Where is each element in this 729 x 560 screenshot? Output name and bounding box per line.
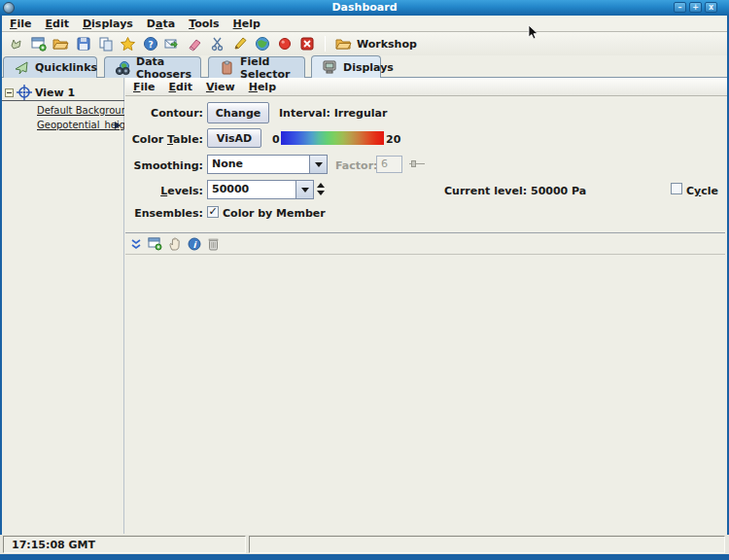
tab-label: Displays [343,61,394,74]
levels-value: 50000 [208,181,295,198]
view-crosshair-icon [16,84,33,101]
panel-separator-bottom [125,254,725,255]
display-panel: File Edit View Help Contour: Change Inte… [125,78,727,534]
workshop-folder-icon [335,36,352,52]
levels-label: Levels: [125,185,203,197]
view-tree-node[interactable]: View 1 [5,84,75,101]
tab-data-choosers[interactable]: Data Choosers [104,56,201,78]
eraser-icon[interactable] [187,36,203,52]
display-menu-file[interactable]: File [133,81,156,93]
cycle-label: Cycle [686,185,718,197]
workshop-label: Workshop [357,38,417,51]
tab-label: Field Selector [240,55,295,81]
binoculars-icon [115,60,130,76]
paper-plane-icon [14,60,29,76]
color-table-preview[interactable] [281,131,384,145]
clipboard-icon [219,60,234,76]
color-by-member-checkbox[interactable]: ✓ [207,206,219,218]
display-menubar: File Edit View Help [125,78,727,96]
factor-label: Factor: [335,159,377,172]
hand-pan-icon[interactable] [167,236,182,251]
spinner-up-icon[interactable] [317,183,325,188]
new-window-icon[interactable] [30,36,47,52]
tab-strip: Quicklinks Data Choosers Field Selector … [2,55,727,78]
sidebar-separator [2,100,124,101]
toolbar-separator [325,36,326,52]
tab-displays[interactable]: Displays [311,55,381,78]
tree-item-default-background-maps[interactable]: Default Background Maps [37,105,124,116]
info-icon[interactable]: i [187,236,201,251]
trash-icon[interactable] [206,236,221,251]
contour-interval-text: Interval: Irregular [279,107,387,120]
smoothing-dropdown-button[interactable] [309,156,327,173]
cycle-checkbox[interactable] [671,183,682,194]
menu-help[interactable]: Help [233,18,260,30]
menubar: File Edit Displays Data Tools Help [2,16,727,32]
help-icon[interactable]: ? [142,36,158,52]
close-button[interactable]: x [705,2,717,13]
favorite-star-icon[interactable] [120,36,136,52]
chevron-down-icon [301,188,309,192]
mail-forward-icon[interactable] [164,36,181,52]
menu-tools[interactable]: Tools [189,18,219,30]
sidebar: View 1 Default Background Maps Geopotent… [2,78,124,534]
color-table-button[interactable]: VisAD [207,128,261,148]
toolbar: ? Workshop [2,32,727,55]
menu-data[interactable]: Data [147,18,175,30]
factor-slider [409,159,425,168]
minimize-button[interactable]: – [674,2,686,13]
smoothing-label: Smoothing: [125,159,203,172]
window-title: Dashboard [0,1,729,14]
hand-pointer-icon[interactable] [8,36,24,52]
close-box-icon[interactable] [298,36,315,52]
spinner-down-icon[interactable] [317,191,325,195]
menu-edit[interactable]: Edit [46,18,69,30]
open-folder-icon[interactable] [52,36,69,52]
pencil-icon[interactable] [231,36,248,52]
ensembles-label: Ensembles: [125,207,203,220]
maximize-button[interactable]: + [689,2,702,13]
menu-file[interactable]: File [10,18,32,30]
view-label: View 1 [35,87,75,99]
dashboard-window: Dashboard – + x File Edit Displays Data … [0,0,729,560]
levels-dropdown-button[interactable] [295,181,313,198]
collapse-expander-icon[interactable] [5,88,14,97]
levels-spinner[interactable] [317,183,325,195]
mini-toolbar: i [128,236,221,251]
factor-field[interactable]: 6 [376,156,402,173]
tree-item-geopotential-height[interactable]: Geopotential_height_is. [37,120,124,130]
collapse-chevrons-icon[interactable] [128,236,143,251]
contour-label: Contour: [125,107,203,120]
smoothing-value: None [208,156,309,173]
display-menu-view[interactable]: View [206,81,235,93]
tab-quicklinks[interactable]: Quicklinks [3,56,97,78]
mouse-cursor [528,24,539,42]
levels-combobox[interactable]: 50000 [207,180,314,199]
monitor-icon [322,59,337,75]
statusbar: 17:15:08 GMT [0,535,729,554]
window-frame-bottom [0,554,729,560]
contour-change-button[interactable]: Change [207,102,269,123]
svg-text:?: ? [148,40,153,50]
tab-label: Data Choosers [136,55,191,81]
globe-icon[interactable] [254,36,270,52]
display-menu-edit[interactable]: Edit [169,81,192,93]
record-icon[interactable] [276,36,293,52]
colorbar-min-label: 0 [272,133,280,146]
clock-status: 17:15:08 GMT [3,536,246,553]
tab-label: Quicklinks [35,61,97,74]
colorbar-max-label: 20 [386,133,400,146]
smoothing-combobox[interactable]: None [207,155,328,174]
save-icon[interactable] [75,36,91,52]
tab-field-selector[interactable]: Field Selector [208,56,305,78]
color-by-member-label: Color by Member [223,207,326,220]
menu-displays[interactable]: Displays [83,18,133,30]
chevron-down-icon [315,162,323,167]
workshop-group[interactable]: Workshop [335,36,417,52]
display-menu-help[interactable]: Help [249,81,276,93]
new-window-icon[interactable] [148,236,162,251]
titlebar[interactable]: Dashboard – + x [0,0,729,16]
cut-icon[interactable] [209,36,226,52]
copy-icon[interactable] [97,36,114,52]
color-table-label: Color Table: [125,133,203,146]
